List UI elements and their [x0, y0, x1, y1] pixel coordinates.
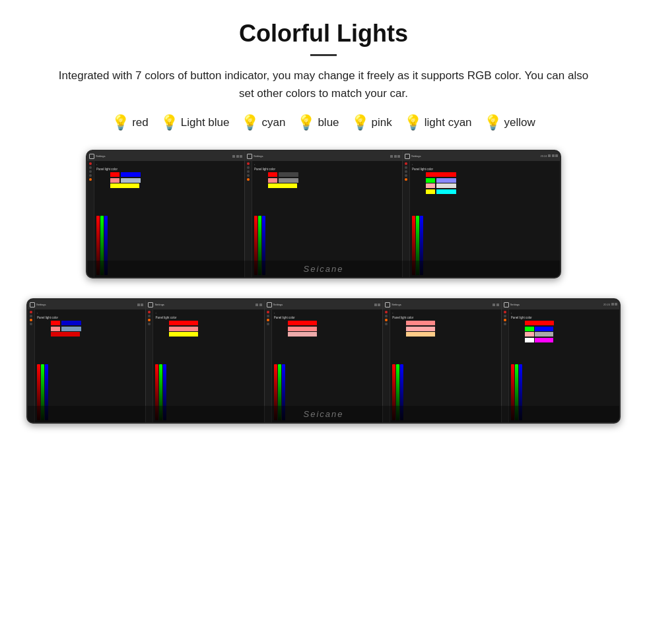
screenshots-row2-wrapper: Settings ‹ Panel light color: [26, 298, 621, 424]
bulb-icon-red: 💡: [112, 114, 129, 131]
bulb-icon-cyan: 💡: [241, 114, 259, 131]
settings-text-1: Settings: [96, 154, 105, 158]
page-wrapper: Colorful Lights Integrated with 7 colors…: [0, 0, 647, 450]
bulb-icon-lightblue: 💡: [160, 114, 178, 131]
screenshots-row1: Settings: [86, 150, 561, 278]
color-label-pink: pink: [372, 116, 392, 129]
bulb-icon-yellow: 💡: [484, 114, 502, 131]
screen-segment-r2-4: Settings ‹ Panel light color: [383, 300, 501, 422]
color-label-cyan: cyan: [261, 116, 285, 129]
color-label-blue: blue: [318, 116, 339, 129]
screenshots-row1-wrapper: Settings: [26, 150, 621, 278]
page-title: Colorful Lights: [26, 20, 621, 48]
color-label-lightblue: Light blue: [181, 116, 230, 129]
screen-segment-r2-5: Settings 20:24: [502, 300, 619, 422]
color-item-red: 💡 red: [112, 114, 149, 131]
screenshots-row2: Settings ‹ Panel light color: [26, 298, 621, 424]
screen-segment-r2-2: Settings ‹ Panel light color: [146, 300, 264, 422]
settings-text-2: Settings: [254, 154, 263, 158]
color-item-cyan: 💡 cyan: [241, 114, 285, 131]
screen-segment-3: Settings 20:24: [403, 151, 560, 277]
color-item-blue: 💡 blue: [297, 114, 339, 131]
screen-segment-r2-1: Settings ‹ Panel light color: [28, 300, 146, 422]
color-list: 💡 red 💡 Light blue 💡 cyan 💡 blue 💡 pink …: [26, 114, 621, 131]
bulb-icon-blue: 💡: [297, 114, 315, 131]
page-description: Integrated with 7 colors of button indic…: [53, 67, 594, 102]
settings-text-3: Settings: [411, 154, 421, 158]
color-item-lightcyan: 💡 light cyan: [404, 114, 472, 131]
panel-title-1: Panel light color: [96, 168, 242, 171]
screen-segment-r2-3: Settings ‹ Panel light color: [265, 300, 383, 422]
screen-segment-2: Settings: [245, 151, 403, 277]
home-icon-1: [89, 154, 94, 159]
color-item-lightblue: 💡 Light blue: [160, 114, 230, 131]
title-divider: [310, 54, 337, 56]
bulb-icon-lightcyan: 💡: [404, 114, 422, 131]
color-label-red: red: [132, 116, 149, 129]
home-icon-2: [247, 154, 252, 159]
home-icon-3: [405, 154, 410, 159]
title-section: Colorful Lights: [26, 20, 621, 56]
screen-segment-1: Settings: [87, 151, 245, 277]
color-item-pink: 💡 pink: [351, 114, 392, 131]
color-label-lightcyan: light cyan: [425, 116, 472, 129]
back-arrow-1: ‹: [96, 163, 242, 166]
color-label-yellow: yellow: [504, 116, 535, 129]
bulb-icon-pink: 💡: [351, 114, 369, 131]
color-item-yellow: 💡 yellow: [484, 114, 535, 131]
